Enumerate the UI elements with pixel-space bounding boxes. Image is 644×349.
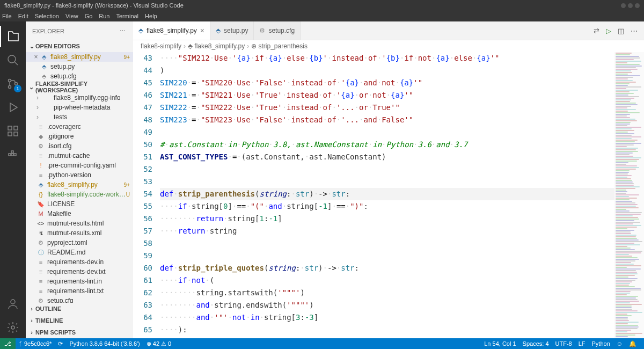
- menu-selection[interactable]: Selection: [35, 13, 59, 19]
- window-max-icon[interactable]: [628, 3, 633, 8]
- menu-view[interactable]: View: [65, 13, 78, 19]
- svg-rect-4: [8, 126, 12, 130]
- file-item[interactable]: !.pre-commit-config.yaml: [26, 161, 133, 170]
- settings-gear-icon[interactable]: [0, 317, 26, 338]
- code-editor[interactable]: ····"SIM212·Use·'{a}·if·{a}·else·{b}'·in…: [160, 52, 614, 338]
- file-item[interactable]: MMakefile: [26, 209, 133, 219]
- file-item[interactable]: <>mutmut-results.html: [26, 219, 133, 228]
- file-icon: ⚙: [36, 143, 45, 150]
- more-actions-icon[interactable]: ⋯: [631, 27, 638, 35]
- sync-icon[interactable]: ⟳: [55, 338, 66, 349]
- file-icon: ◆: [36, 133, 45, 140]
- breadcrumb-item[interactable]: ⊕ strip_parenthesis: [251, 42, 308, 50]
- file-item[interactable]: 🔖LICENSE: [26, 199, 133, 209]
- python-interpreter[interactable]: Python 3.8.6 64-bit ('3.8.6'): [66, 338, 143, 349]
- encoding[interactable]: UTF-8: [552, 338, 575, 349]
- open-editor-item[interactable]: ⬘setup.cfg: [26, 71, 133, 81]
- file-item[interactable]: ≡requirements-lint.in: [26, 277, 133, 286]
- svg-rect-9: [11, 154, 13, 156]
- window-close-icon[interactable]: [635, 3, 640, 8]
- docker-icon[interactable]: [0, 144, 26, 165]
- file-label: flake8_simplify.py: [50, 53, 124, 61]
- close-tab-icon[interactable]: ×: [200, 26, 204, 35]
- close-editor-icon[interactable]: ×: [32, 53, 40, 61]
- remote-indicator[interactable]: ⎇: [0, 338, 16, 349]
- indentation[interactable]: Spaces: 4: [519, 338, 552, 349]
- file-label: setup.cfg: [47, 297, 133, 303]
- file-item[interactable]: ◆.gitignore: [26, 132, 133, 141]
- window-controls: [621, 3, 640, 8]
- editor-tab[interactable]: ⚙setup.cfg: [254, 21, 301, 40]
- outline-header[interactable]: ›OUTLINE: [26, 303, 133, 315]
- file-item[interactable]: ≡requirements-lint.txt: [26, 286, 133, 296]
- file-item[interactable]: ≡.coveragerc: [26, 122, 133, 132]
- file-icon: ⓘ: [36, 249, 45, 257]
- folder-item[interactable]: ›flake8_simplify.egg-info: [26, 93, 133, 103]
- file-icon: ⬘: [40, 63, 48, 70]
- menu-edit[interactable]: Edit: [18, 13, 28, 19]
- file-label: flake8_simplify.py: [47, 181, 124, 188]
- accounts-icon[interactable]: [0, 293, 26, 315]
- minimap[interactable]: [614, 52, 644, 338]
- run-icon[interactable]: ▷: [606, 27, 611, 35]
- file-icon: ⚙: [259, 27, 265, 34]
- file-label: requirements-lint.txt: [47, 287, 133, 295]
- cursor-position[interactable]: Ln 54, Col 1: [481, 338, 519, 349]
- git-badge: 9+: [124, 54, 130, 60]
- breadcrumb-item[interactable]: flake8-simplify: [141, 42, 181, 50]
- sidebar-title: EXPLORER: [32, 28, 64, 34]
- file-item[interactable]: ⚙.isort.cfg: [26, 141, 133, 151]
- menu-file[interactable]: File: [2, 13, 12, 19]
- run-debug-icon[interactable]: [0, 97, 26, 118]
- open-editor-item[interactable]: ×⬘flake8_simplify.py9+: [26, 52, 133, 62]
- folder-item[interactable]: ›pip-wheel-metadata: [26, 103, 133, 112]
- language-mode[interactable]: Python: [589, 338, 613, 349]
- open-editors-header[interactable]: ⌄OPEN EDITORS: [26, 40, 133, 52]
- file-label: setup.py: [50, 63, 133, 70]
- explorer-icon[interactable]: [0, 26, 26, 47]
- folder-item[interactable]: ›tests: [26, 112, 133, 122]
- editor-tab[interactable]: ⬘setup.py: [210, 21, 254, 40]
- file-item[interactable]: ↯mutmut-results.xml: [26, 228, 133, 238]
- file-item[interactable]: ⚙setup.cfg: [26, 296, 133, 303]
- editor-tab[interactable]: ⬘flake8_simplify.py×: [133, 21, 210, 40]
- open-editor-item[interactable]: ⬘setup.py: [26, 62, 133, 71]
- file-icon: M: [36, 210, 45, 217]
- file-item[interactable]: ≡requirements-dev.txt: [26, 267, 133, 277]
- file-item[interactable]: ≡.mutmut-cache: [26, 151, 133, 161]
- file-item[interactable]: ⬘flake8_simplify.py9+: [26, 180, 133, 190]
- file-item[interactable]: ⚙pyproject.toml: [26, 238, 133, 248]
- timeline-header[interactable]: ›TIMELINE: [26, 315, 133, 326]
- window-min-icon[interactable]: [621, 3, 626, 8]
- search-icon[interactable]: [0, 49, 26, 71]
- file-item[interactable]: ⓘREADME.md: [26, 248, 133, 257]
- eol[interactable]: LF: [575, 338, 589, 349]
- menu-go[interactable]: Go: [85, 13, 93, 19]
- breadcrumb-item[interactable]: ⬘ flake8_simplify.py: [188, 42, 245, 50]
- menu-help[interactable]: Help: [145, 13, 157, 19]
- file-icon: ≡: [36, 288, 45, 294]
- compare-changes-icon[interactable]: ⇄: [594, 27, 599, 35]
- menu-run[interactable]: Run: [99, 13, 109, 19]
- file-item[interactable]: ≡.python-version: [26, 170, 133, 180]
- file-item[interactable]: {}flake8-simplify.code-worksp…U: [26, 190, 133, 199]
- sidebar-header: EXPLORER ⋯: [26, 21, 133, 40]
- split-editor-icon[interactable]: ◫: [618, 27, 624, 35]
- menu-terminal[interactable]: Terminal: [116, 13, 139, 19]
- workspace-header[interactable]: ⌄FLAKE8-SIMPLIFY (WORKSPACE): [26, 81, 133, 93]
- extensions-icon[interactable]: [0, 120, 26, 142]
- notifications-icon[interactable]: 🔔: [626, 338, 640, 349]
- svg-point-13: [11, 326, 14, 329]
- source-control-icon[interactable]: 1: [0, 73, 26, 94]
- file-label: flake8-simplify.code-worksp…: [47, 191, 126, 198]
- breadcrumb[interactable]: flake8-simplify›⬘ flake8_simplify.py›⊕ s…: [133, 40, 644, 52]
- problems[interactable]: ⊗ 42 ⚠ 0: [143, 338, 174, 349]
- file-item[interactable]: ≡requirements-dev.in: [26, 257, 133, 267]
- explorer-sidebar: EXPLORER ⋯ ⌄OPEN EDITORS ×⬘flake8_simpli…: [26, 21, 133, 338]
- sidebar-more-icon[interactable]: ⋯: [120, 27, 127, 34]
- git-branch[interactable]: ᚶ 9e5c0cc6*: [16, 338, 55, 349]
- editor-area: ⬘flake8_simplify.py×⬘setup.py⚙setup.cfg …: [133, 21, 644, 338]
- npm-scripts-header[interactable]: ›NPM SCRIPTS: [26, 326, 133, 338]
- file-icon: ⬘: [216, 27, 221, 34]
- feedback-icon[interactable]: ☺: [613, 338, 626, 349]
